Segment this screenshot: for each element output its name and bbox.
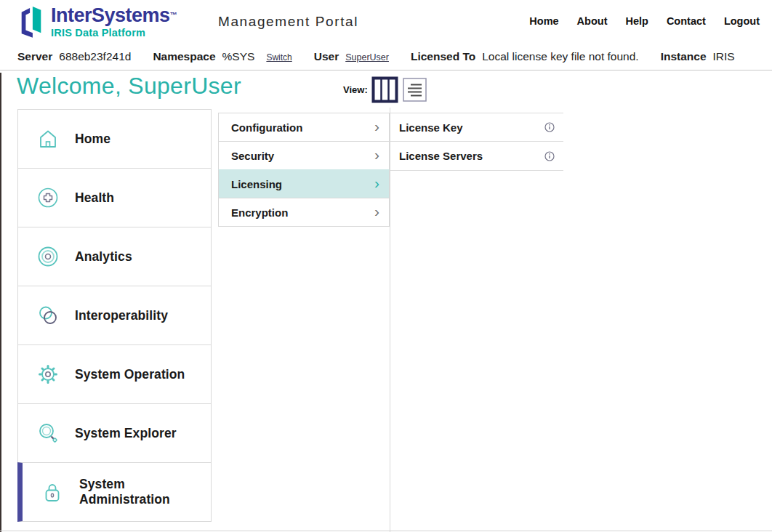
- namespace-label: Namespace: [153, 50, 215, 63]
- management-portal-page: InterSystems™ IRIS Data Platform Managem…: [0, 0, 772, 532]
- chevron-right-icon: ›: [374, 203, 379, 219]
- nav-about-link[interactable]: About: [577, 15, 608, 27]
- licensed-to-label: Licensed To: [411, 50, 475, 63]
- health-icon: [37, 187, 59, 209]
- menu-item-system-operation[interactable]: System Operation: [17, 344, 212, 404]
- chevron-right-icon: ›: [374, 118, 379, 134]
- server-info-bar: Server 688eb23f241d Namespace %SYS Switc…: [0, 44, 772, 70]
- column-divider: [390, 108, 390, 532]
- nav-logout-link[interactable]: Logout: [724, 15, 760, 27]
- menu-item-label: Analytics: [75, 249, 132, 265]
- welcome-row: Welcome, SuperUser View:: [0, 70, 772, 108]
- server-value: 688eb23f241d: [59, 50, 131, 63]
- chevron-right-icon: ›: [374, 147, 379, 162]
- logo-text: InterSystems™ IRIS Data Platform: [51, 4, 177, 39]
- submenu-item-configuration[interactable]: Configuration ›: [218, 113, 390, 142]
- list-view-button[interactable]: [403, 78, 427, 102]
- chevron-right-icon: ›: [374, 175, 379, 190]
- submenu-item-label: Configuration: [231, 121, 302, 134]
- nav-help-link[interactable]: Help: [625, 15, 648, 27]
- system-administration-icon: [41, 481, 63, 503]
- welcome-heading: Welcome, SuperUser: [17, 73, 241, 100]
- main-menu: Home Health Analytics: [17, 109, 212, 522]
- detail-item-label: License Key: [399, 121, 463, 134]
- server-info: Server 688eb23f241d: [17, 50, 131, 63]
- info-icon[interactable]: [544, 151, 555, 161]
- namespace-value: %SYS: [222, 50, 255, 63]
- window-left-edge: [0, 73, 1, 532]
- menu-item-label: System Administration: [79, 477, 211, 507]
- submenu-item-label: Licensing: [231, 178, 282, 190]
- submenu-item-label: Encryption: [231, 206, 288, 219]
- brand-trademark: ™: [170, 11, 177, 19]
- system-explorer-icon: [37, 422, 59, 444]
- user-info: User SuperUser: [314, 50, 389, 63]
- menu-item-label: Health: [75, 190, 114, 206]
- instance-label: Instance: [661, 50, 707, 63]
- licensing-detail-menu: License Key License Servers: [390, 113, 563, 171]
- page-title: Management Portal: [218, 14, 358, 30]
- admin-submenu: Configuration › Security › Licensing › E…: [218, 113, 390, 227]
- menu-item-label: System Explorer: [75, 426, 177, 441]
- server-label: Server: [17, 50, 52, 63]
- view-label: View:: [343, 84, 368, 95]
- submenu-item-licensing[interactable]: Licensing ›: [218, 169, 390, 198]
- licensed-to-info: Licensed To Local license key file not f…: [411, 50, 639, 63]
- detail-item-license-servers[interactable]: License Servers: [390, 142, 563, 171]
- analytics-icon: [37, 246, 59, 267]
- columns-view-button[interactable]: [371, 76, 398, 103]
- menu-item-interoperability[interactable]: Interoperability: [17, 286, 212, 345]
- menu-item-health[interactable]: Health: [17, 168, 212, 227]
- brand-name: InterSystems: [51, 4, 170, 26]
- menu-item-home[interactable]: Home: [17, 109, 212, 169]
- info-icon[interactable]: [544, 122, 555, 132]
- user-label: User: [314, 50, 339, 63]
- user-profile-link[interactable]: SuperUser: [345, 52, 389, 63]
- columns-view-icon: [371, 76, 398, 103]
- namespace-switch-link[interactable]: Switch: [266, 52, 291, 63]
- submenu-item-label: Security: [231, 150, 274, 162]
- window-bottom-edge: [0, 531, 772, 531]
- view-switcher: View:: [343, 76, 431, 103]
- licensed-to-value: Local license key file not found.: [482, 50, 638, 63]
- instance-info: Instance IRIS: [661, 50, 735, 63]
- intersystems-logo-icon: [17, 4, 45, 39]
- menu-item-system-administration[interactable]: System Administration: [17, 462, 212, 522]
- menu-item-label: Interoperability: [75, 308, 168, 323]
- content-area: Home Health Analytics: [0, 108, 772, 532]
- top-nav: Home About Help Contact Logout: [529, 15, 760, 27]
- nav-contact-link[interactable]: Contact: [667, 15, 706, 27]
- brand-tagline: IRIS Data Platform: [51, 28, 177, 39]
- intersystems-logo: InterSystems™ IRIS Data Platform: [17, 4, 177, 39]
- detail-item-license-key[interactable]: License Key: [390, 113, 563, 142]
- list-view-icon: [403, 78, 427, 102]
- home-icon: [37, 128, 59, 150]
- submenu-item-encryption[interactable]: Encryption ›: [218, 198, 390, 227]
- instance-value: IRIS: [713, 50, 735, 63]
- submenu-item-security[interactable]: Security ›: [218, 141, 390, 170]
- nav-home-link[interactable]: Home: [529, 15, 558, 27]
- interoperability-icon: [37, 305, 59, 326]
- top-header: InterSystems™ IRIS Data Platform Managem…: [0, 0, 772, 44]
- menu-item-label: Home: [75, 132, 110, 147]
- detail-item-label: License Servers: [399, 150, 483, 162]
- system-operation-icon: [37, 363, 59, 385]
- namespace-info: Namespace %SYS Switch: [153, 50, 291, 63]
- menu-item-analytics[interactable]: Analytics: [17, 227, 212, 286]
- menu-item-label: System Operation: [75, 367, 185, 382]
- menu-item-system-explorer[interactable]: System Explorer: [17, 403, 212, 463]
